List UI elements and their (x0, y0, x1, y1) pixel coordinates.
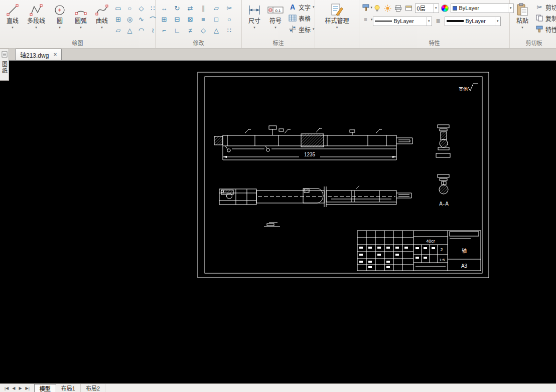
modify-tool-icon[interactable]: ⊞ (158, 14, 171, 25)
text-button[interactable]: A 文字 ▾ (288, 2, 316, 13)
layer-select[interactable]: 0层 ▾ (415, 4, 439, 13)
text-icon: A (289, 3, 297, 11)
chevron-down-icon[interactable]: ▾ (336, 25, 338, 30)
last-sheet-icon[interactable]: ▶| (26, 386, 30, 390)
ribbon-group-modify: ↔ ↻ ⇄ ∥ ▱ ✂ ⊞ ⊟ ⊠ ≡ □ ○ ⌐ ∟ ≠ ◇ △ ∷ 修改 (156, 0, 242, 48)
ribbon-group-properties: ▾ ≡ ▾ (359, 0, 510, 48)
copy-button[interactable]: 复制 (534, 13, 556, 24)
sheet-side-tab[interactable]: 图纸 (0, 49, 9, 81)
polyline-button[interactable]: 多段线 ▾ (23, 2, 49, 38)
draw-tool-icon[interactable]: ◎ (124, 14, 135, 25)
chevron-down-icon[interactable]: ▾ (521, 25, 523, 30)
color-select[interactable]: ByLayer ▾ (451, 4, 514, 13)
key-detail (264, 223, 280, 227)
chevron-down-icon: ▾ (426, 17, 430, 26)
modify-tool-icon[interactable]: ↻ (171, 3, 184, 14)
coordinate-button[interactable]: 坐标 ▾ (288, 24, 316, 35)
modify-tool-icon[interactable]: ∥ (197, 3, 210, 14)
table-button[interactable]: 表格 (288, 13, 316, 24)
modify-tool-icon[interactable]: □ (210, 14, 223, 25)
linetype-sample (375, 21, 392, 22)
model-space-canvas[interactable]: 其他 1235 A-A 40cr 2 1:5 轴 A3 (0, 61, 556, 383)
circle-icon (52, 3, 68, 18)
draw-tool-icon[interactable]: ▱ (112, 25, 124, 36)
tab-model[interactable]: 模型 (34, 384, 56, 392)
paste-special-button[interactable]: 特性 (534, 24, 556, 35)
spline-button[interactable]: 曲线 ▾ (91, 2, 112, 38)
modify-tool-icon[interactable]: ⇄ (184, 3, 197, 14)
first-sheet-icon[interactable]: |◀ (5, 386, 9, 390)
chevron-down-icon[interactable]: ▾ (59, 25, 61, 30)
chevron-down-icon: ▾ (495, 17, 499, 26)
tab-layout1[interactable]: 布局1 (56, 384, 81, 392)
sheet-nav: |◀ ◀ ▶ ▶| (0, 384, 34, 392)
modify-tool-icon[interactable]: ∷ (223, 25, 236, 36)
draw-tool-icon[interactable]: △ (124, 25, 135, 36)
match-properties-button[interactable]: ≡ ▾ (361, 16, 373, 24)
tab-layout2[interactable]: 布局2 (81, 384, 105, 392)
lineweight-select[interactable]: ByLayer ▾ (445, 17, 501, 26)
cut-button[interactable]: ✂ 剪切 (534, 2, 556, 13)
sheet-side-tab-label: 图纸 (1, 61, 9, 74)
ribbon-group-draw: 直线 ▾ 多段线 ▾ 圆 ▾ 圆弧 (0, 0, 156, 48)
prev-sheet-icon[interactable]: ◀ (12, 386, 15, 390)
modify-tool-icon[interactable]: ⊠ (184, 14, 197, 25)
modify-tool-icon[interactable]: △ (210, 25, 223, 36)
arc-button[interactable]: 圆弧 ▾ (70, 2, 91, 38)
tolerance-symbol-icon: 0.1 (267, 3, 284, 18)
modify-tool-icon[interactable]: ▱ (210, 3, 223, 14)
document-tab[interactable]: 轴213.dwg × (15, 49, 62, 60)
layer-icon[interactable] (404, 4, 413, 12)
chevron-down-icon[interactable]: ▾ (101, 25, 103, 30)
modify-tool-icon[interactable]: ≡ (197, 14, 210, 25)
draw-tool-icon[interactable]: ◇ (135, 3, 147, 14)
draw-tool-icon[interactable]: ○ (124, 3, 135, 14)
linetype-select[interactable]: ByLayer ▾ (373, 17, 432, 26)
chevron-down-icon: ▾ (433, 4, 437, 13)
next-sheet-icon[interactable]: ▶ (19, 386, 22, 390)
format-brush-button[interactable]: ▾ (362, 4, 373, 12)
chevron-down-icon[interactable]: ▾ (274, 25, 276, 30)
chevron-down-icon[interactable]: ▾ (12, 25, 14, 30)
scale-text: 1:5 (439, 258, 445, 262)
draw-tool-icon[interactable]: ▭ (112, 3, 124, 14)
close-icon[interactable]: × (53, 51, 57, 58)
part-name-text: 轴 (462, 248, 467, 254)
modify-tool-icon[interactable]: ⊟ (171, 14, 184, 25)
group-label-properties: 特性 (359, 40, 509, 48)
layer-thaw-icon[interactable] (383, 4, 392, 12)
plot-icon[interactable] (394, 4, 402, 12)
paste-icon (514, 3, 530, 18)
lineweight-icon[interactable]: ≣ (434, 17, 443, 25)
group-label-modify: 修改 (156, 40, 241, 48)
modify-tool-icon[interactable]: ↔ (158, 3, 171, 14)
dimension-button[interactable]: 尺寸 ▾ (244, 2, 265, 38)
chevron-down-icon[interactable]: ▾ (371, 6, 373, 10)
draw-tool-icon[interactable]: ⊞ (112, 14, 124, 25)
outer-border (198, 72, 489, 278)
modify-tool-icon[interactable]: ⌐ (158, 25, 171, 36)
paste-button[interactable]: 粘贴 ▾ (512, 2, 533, 38)
chevron-down-icon[interactable]: ▾ (313, 27, 315, 31)
draw-tool-icon[interactable]: ∿ (135, 14, 147, 25)
arc-icon (73, 3, 89, 18)
layer-on-icon[interactable] (373, 4, 381, 12)
chevron-down-icon[interactable]: ▾ (313, 5, 315, 9)
modify-tool-icon[interactable]: ◇ (197, 25, 210, 36)
modify-tool-icon[interactable]: ○ (223, 14, 236, 25)
line-button[interactable]: 直线 ▾ (2, 2, 23, 38)
chevron-down-icon[interactable]: ▾ (80, 25, 82, 30)
chevron-down-icon[interactable]: ▾ (253, 25, 255, 30)
modify-tool-icon[interactable]: ✂ (223, 3, 236, 14)
circle-button[interactable]: 圆 ▾ (49, 2, 70, 38)
sheet-tab-bar: |◀ ◀ ▶ ▶| 模型 布局1 布局2 (0, 383, 556, 392)
inner-border (205, 77, 482, 273)
chevron-down-icon[interactable]: ▾ (35, 25, 37, 30)
document-tab-title: 轴213.dwg (20, 51, 49, 59)
modify-tool-icon[interactable]: ≠ (184, 25, 197, 36)
modify-tool-icon[interactable]: ∟ (171, 25, 184, 36)
style-manager-button[interactable]: 样式管理 ▾ (321, 2, 353, 38)
symbol-button[interactable]: 0.1 符号 ▾ (265, 2, 286, 38)
draw-tool-icon[interactable]: ◠ (135, 25, 147, 36)
color-wheel-icon[interactable] (441, 5, 449, 12)
